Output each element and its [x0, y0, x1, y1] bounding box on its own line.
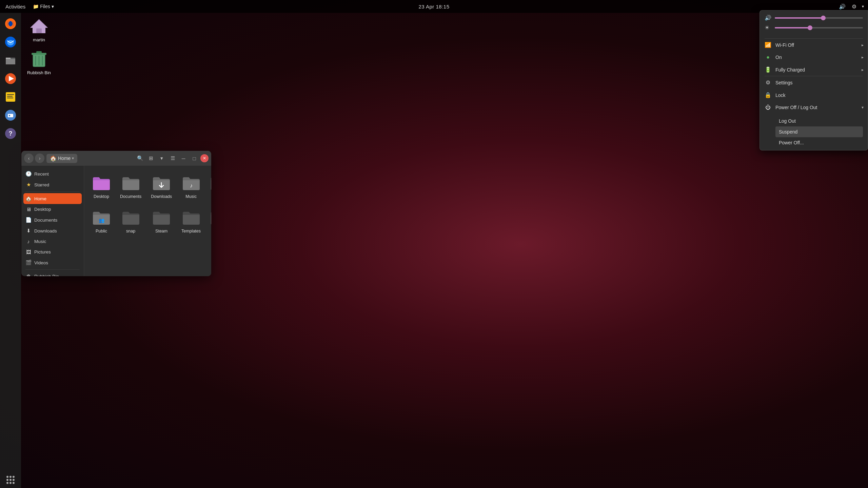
- svg-point-17: [6, 476, 8, 478]
- home-nav-icon: 🏠: [25, 196, 32, 202]
- starred-icon: ★: [25, 182, 32, 188]
- file-item-downloads[interactable]: Downloads: [148, 171, 175, 202]
- svg-rect-26: [36, 28, 42, 33]
- file-name-steam: Steam: [155, 229, 167, 233]
- tray-wifi-item[interactable]: 📶 Wi-Fi Off ▸: [760, 39, 868, 51]
- tray-on-item[interactable]: ● On ▸: [760, 51, 868, 63]
- sidebar-item-downloads[interactable]: ⬇ Downloads: [21, 225, 84, 236]
- tray-battery-item[interactable]: 🔋 Fully Charged ▸: [760, 63, 868, 76]
- tray-suspend-item[interactable]: Suspend: [775, 126, 863, 137]
- poweroff-label: Power Off...: [779, 140, 804, 145]
- svg-text:👥: 👥: [99, 218, 105, 223]
- trash-folder-image: [30, 50, 48, 68]
- volume-slider[interactable]: [775, 17, 863, 19]
- dock-item-software[interactable]: [2, 107, 19, 123]
- sidebar-item-documents[interactable]: 📄 Documents: [21, 215, 84, 225]
- view-options-button[interactable]: ⊞: [146, 154, 156, 163]
- desktop-nav-icon: 🖥: [25, 206, 32, 212]
- tray-settings-item[interactable]: ⚙ Settings: [760, 76, 868, 89]
- sidebar-item-music[interactable]: ♪ Music: [21, 236, 84, 247]
- battery-arrow: ▸: [862, 67, 864, 72]
- sidebar-item-pictures[interactable]: 🖼 Pictures: [21, 247, 84, 257]
- brightness-slider-row: ☀: [765, 24, 863, 31]
- videos-nav-icon: 🎬: [25, 260, 32, 266]
- dock-item-files[interactable]: [2, 52, 19, 68]
- volume-slider-thumb[interactable]: [821, 16, 826, 20]
- dock-item-firefox[interactable]: [2, 16, 19, 32]
- sidebar-desktop-label: Desktop: [34, 207, 51, 212]
- file-item-snap[interactable]: snap: [117, 206, 144, 236]
- volume-slider-icon: 🔊: [765, 15, 771, 21]
- dock-item-help[interactable]: ?: [2, 125, 19, 142]
- tray-sliders-section: 🔊 ☀: [760, 11, 868, 38]
- topbar: Activities 📁 Files ▾ 23 Apr 18:15 🔊 ⚙ ▾: [0, 0, 868, 13]
- brightness-slider[interactable]: [775, 27, 863, 28]
- desktop-icon-home[interactable]: martin: [24, 17, 54, 43]
- svg-rect-14: [9, 115, 10, 116]
- topbar-datetime[interactable]: 23 Apr 18:15: [418, 4, 449, 9]
- svg-point-23: [6, 482, 8, 484]
- brightness-slider-icon: ☀: [765, 24, 771, 31]
- power-arrow: ▾: [862, 105, 864, 110]
- files-menu-chevron: ▾: [52, 4, 54, 9]
- svg-rect-13: [8, 114, 13, 117]
- svg-point-22: [13, 479, 15, 481]
- titlebar-path-text: Home: [58, 156, 71, 161]
- system-status-icon[interactable]: ⚙: [850, 3, 859, 11]
- battery-label: Fully Charged: [775, 67, 805, 73]
- svg-rect-10: [7, 96, 13, 97]
- tray-expand-button[interactable]: ▾: [861, 3, 865, 9]
- power-icon: ⏻: [765, 104, 771, 110]
- svg-point-20: [6, 479, 8, 481]
- maximize-button[interactable]: □: [190, 154, 199, 163]
- file-item-templates[interactable]: Templates: [179, 206, 203, 236]
- close-button[interactable]: ✕: [200, 154, 209, 162]
- logout-label: Log Out: [779, 118, 796, 124]
- sidebar-item-starred[interactable]: ★ Starred: [21, 179, 84, 190]
- file-item-steam[interactable]: Steam: [148, 206, 175, 236]
- sidebar-item-rubbish[interactable]: 🗑 Rubbish Bin: [21, 271, 84, 276]
- desktop-icons-area: martin Rubbish Bin: [24, 17, 54, 76]
- titlebar-path-button[interactable]: 🏠 Home ▾: [46, 154, 77, 163]
- wifi-icon: 📶: [765, 42, 771, 48]
- file-item-music[interactable]: ♪ Music: [179, 171, 203, 202]
- file-item-pictures[interactable]: 🖼 Pictures: [208, 171, 211, 202]
- dock-item-rhythmbox[interactable]: [2, 70, 19, 87]
- brightness-slider-thumb[interactable]: [808, 25, 812, 30]
- view-options-chevron[interactable]: ▾: [157, 154, 166, 163]
- file-item-desktop[interactable]: Desktop: [90, 171, 113, 202]
- volume-icon[interactable]: 🔊: [837, 3, 848, 11]
- desktop-icon-trash[interactable]: Rubbish Bin: [24, 50, 54, 76]
- file-item-public[interactable]: 👥 Public: [90, 206, 113, 236]
- window-menu-button[interactable]: ☰: [168, 154, 177, 163]
- volume-slider-fill: [775, 17, 823, 19]
- sidebar-item-desktop[interactable]: 🖥 Desktop: [21, 204, 84, 215]
- file-item-documents[interactable]: Documents: [117, 171, 144, 202]
- sidebar-item-home[interactable]: 🏠 Home: [23, 193, 82, 204]
- nav-back-button[interactable]: ‹: [24, 154, 34, 163]
- titlebar-actions: 🔍 ⊞ ▾ ☰ ─ □ ✕: [135, 154, 209, 163]
- tray-logout-item[interactable]: Log Out: [775, 116, 863, 126]
- search-button[interactable]: 🔍: [135, 154, 145, 163]
- dock-item-notes[interactable]: [2, 89, 19, 105]
- svg-point-25: [13, 482, 15, 484]
- folder-icon-music: ♪: [182, 174, 200, 192]
- files-menu[interactable]: 📁 Files ▾: [31, 3, 56, 10]
- file-item-videos[interactable]: 🎬 Videos: [208, 206, 211, 236]
- tray-lock-item[interactable]: 🔒 Lock: [760, 89, 868, 101]
- files-main-area: Desktop Documents: [84, 166, 211, 276]
- titlebar-nav: ‹ ›: [24, 154, 44, 163]
- nav-forward-button[interactable]: ›: [35, 154, 44, 163]
- folder-icon-snap: [122, 208, 140, 227]
- on-arrow: ▸: [862, 55, 864, 60]
- dock-item-thunderbird[interactable]: [2, 34, 19, 50]
- tray-poweroff-item[interactable]: Power Off...: [775, 137, 863, 148]
- sidebar-item-videos[interactable]: 🎬 Videos: [21, 257, 84, 268]
- minimize-button[interactable]: ─: [179, 154, 188, 163]
- dock-item-show-apps[interactable]: [2, 472, 19, 488]
- sidebar-item-recent[interactable]: 🕐 Recent: [21, 168, 84, 179]
- tray-power-item[interactable]: ⏻ Power Off / Log Out ▾: [760, 101, 868, 114]
- activities-button[interactable]: Activities: [3, 4, 28, 9]
- svg-rect-5: [6, 58, 11, 59]
- file-name-snap: snap: [126, 229, 135, 233]
